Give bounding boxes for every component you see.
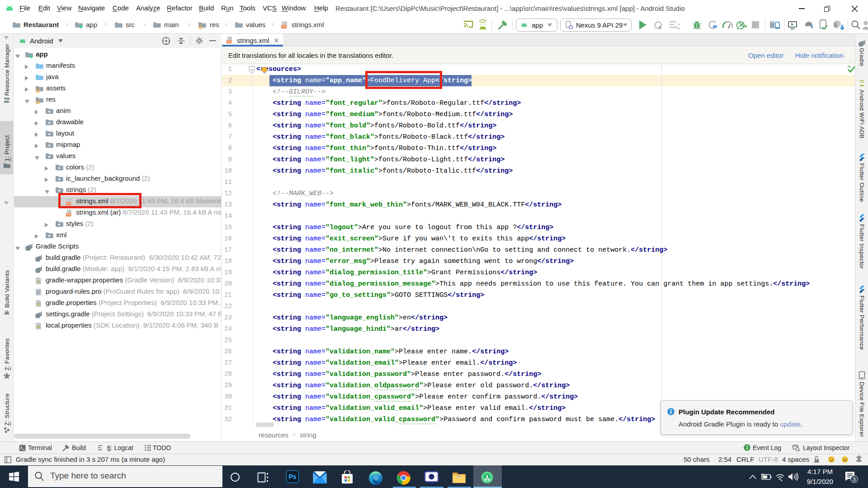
svg-text:A: A <box>658 25 661 30</box>
svg-text:<>: <> <box>227 40 231 43</box>
svg-text:<>: <> <box>282 25 286 28</box>
svg-text:<>: <> <box>66 213 71 216</box>
